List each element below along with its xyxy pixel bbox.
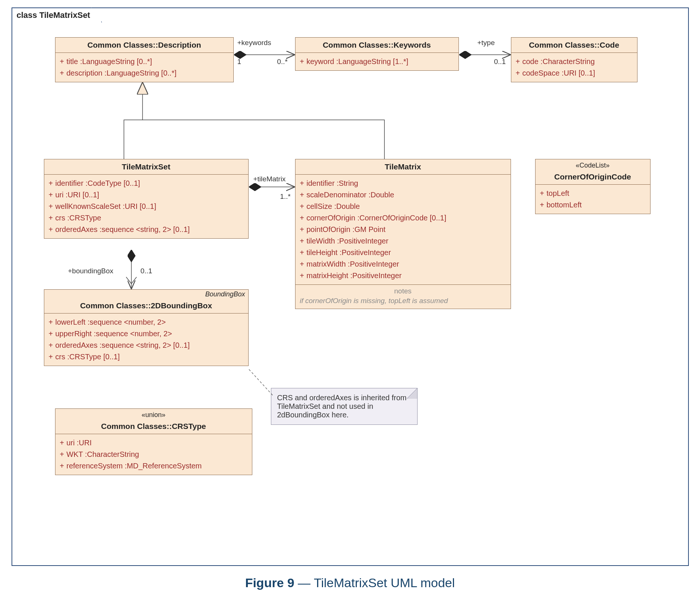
class-attributes: +identifier :String +scaleDenominator :D… (295, 175, 511, 284)
assoc-mult-type: 0..1 (494, 58, 506, 66)
assoc-role-type: +type (477, 39, 495, 47)
attribute: +wellKnownScaleSet :URI [0..1] (49, 201, 244, 212)
attribute: +keyword :LanguageString [1..*] (300, 56, 454, 67)
class-title: Common Classes::Keywords (295, 38, 458, 53)
attribute: +matrixWidth :PositiveInteger (300, 258, 506, 270)
class-attributes: +identifier :CodeType [0..1] +uri :URI [… (44, 175, 248, 238)
class-tilematrixset: TileMatrixSet +identifier :CodeType [0..… (44, 159, 249, 239)
class-2dboundingbox: BoundingBox Common Classes::2DBoundingBo… (44, 289, 249, 366)
attribute: +uri :URI [0..1] (49, 189, 244, 201)
attribute: +bottomLeft (540, 199, 646, 211)
class-keywords: Common Classes::Keywords +keyword :Langu… (295, 37, 459, 71)
class-title: Common Classes::CRSType (55, 419, 252, 434)
attribute: +matrixHeight :PositiveInteger (300, 270, 506, 281)
assoc-role-bbox: +boundingBox (68, 267, 114, 275)
assoc-mult-tilematrix: 1..* (280, 192, 291, 201)
assoc-role-tilematrix: +tileMatrix (253, 175, 286, 183)
note-fold-icon (407, 388, 417, 399)
attribute: +identifier :String (300, 178, 506, 189)
class-attributes: +title :LanguageString [0..*] +descripti… (55, 53, 233, 82)
assoc-mult-keywords: 0..* (277, 58, 288, 66)
attribute: +title :LanguageString [0..*] (60, 56, 229, 67)
attribute: +identifier :CodeType [0..1] (49, 178, 244, 189)
class-title: Common Classes::Description (55, 38, 233, 53)
attribute: +crs :CRSType (49, 212, 244, 224)
uml-note: CRS and orderedAxes is inherited from Ti… (271, 388, 418, 425)
class-title: TileMatrix (295, 159, 511, 175)
attribute: +cornerOfOrigin :CornerOfOriginCode [0..… (300, 212, 506, 224)
attribute: +uri :URI (60, 437, 247, 449)
attribute: +tileHeight :PositiveInteger (300, 247, 506, 258)
notes-text: if cornerOfOrigin is missing, topLeft is… (300, 297, 506, 305)
caption-text: — TileMatrixSet UML model (294, 576, 455, 590)
attribute: +scaleDenominator :Double (300, 189, 506, 201)
attribute: +code :CharacterString (516, 56, 633, 67)
class-description: Common Classes::Description +title :Lang… (55, 37, 234, 82)
attribute: +codeSpace :URI [0..1] (516, 67, 633, 79)
diagram-title-tab: class TileMatrixSet (12, 7, 102, 22)
class-stereotype: «union» (55, 409, 252, 419)
class-crstype: «union» Common Classes::CRSType +uri :UR… (55, 408, 252, 475)
notes-header: notes (300, 287, 506, 295)
class-super: BoundingBox (44, 290, 248, 298)
class-attributes: +keyword :LanguageString [1..*] (295, 53, 458, 70)
attribute: +description :LanguageString [0..*] (60, 67, 229, 79)
uml-diagram-frame: class TileMatrixSet Common Classes::Desc… (12, 7, 689, 566)
class-attributes: +topLeft +bottomLeft (536, 185, 650, 214)
assoc-mult-bbox: 0..1 (141, 267, 153, 275)
class-title: Common Classes::Code (511, 38, 637, 53)
attribute: +orderedAxes :sequence <string, 2> [0..1… (49, 340, 244, 351)
attribute: +pointOfOrigin :GM Point (300, 224, 506, 235)
class-notes: notes if cornerOfOrigin is missing, topL… (295, 284, 511, 309)
class-tilematrix: TileMatrix +identifier :String +scaleDen… (295, 159, 511, 309)
class-title: TileMatrixSet (44, 159, 248, 175)
attribute: +lowerLeft :sequence <number, 2> (49, 316, 244, 328)
class-code: Common Classes::Code +code :CharacterStr… (511, 37, 637, 82)
attribute: +WKT :CharacterString (60, 449, 247, 460)
attribute: +cellSize :Double (300, 201, 506, 212)
class-attributes: +code :CharacterString +codeSpace :URI [… (511, 53, 637, 82)
class-stereotype: «CodeList» (536, 159, 650, 169)
attribute: +referenceSystem :MD_ReferenceSystem (60, 460, 247, 472)
svg-line-4 (249, 369, 273, 395)
attribute: +orderedAxes :sequence <string, 2> [0..1… (49, 224, 244, 235)
class-attributes: +lowerLeft :sequence <number, 2> +upperR… (44, 314, 248, 366)
class-title: CornerOfOriginCode (536, 169, 650, 185)
assoc-mult-1: 1 (237, 58, 242, 66)
assoc-role-keywords: +keywords (237, 39, 271, 47)
note-text: CRS and orderedAxes is inherited from Ti… (277, 394, 407, 419)
attribute: +topLeft (540, 188, 646, 199)
class-attributes: +uri :URI +WKT :CharacterString +referen… (55, 434, 252, 475)
attribute: +crs :CRSType [0..1] (49, 351, 244, 363)
attribute: +tileWidth :PositiveInteger (300, 235, 506, 247)
class-cornerorigin: «CodeList» CornerOfOriginCode +topLeft +… (535, 159, 651, 214)
caption-number: Figure 9 (245, 576, 294, 590)
figure-caption: Figure 9 — TileMatrixSet UML model (7, 576, 693, 590)
attribute: +upperRight :sequence <number, 2> (49, 328, 244, 340)
class-title: Common Classes::2DBoundingBox (44, 298, 248, 314)
